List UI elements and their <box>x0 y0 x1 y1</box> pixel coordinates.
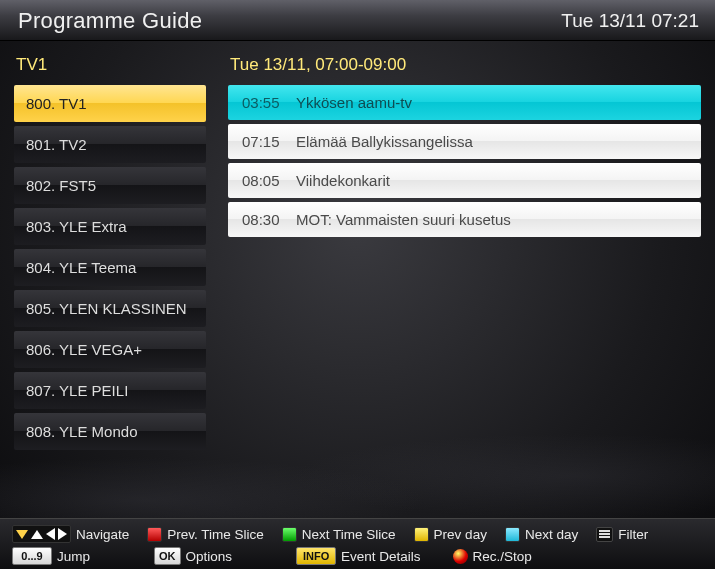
programme-title: Ykkösen aamu-tv <box>296 94 412 111</box>
help-prev-day-label: Prev day <box>434 527 487 542</box>
programme-title: MOT: Vammaisten suuri kusetus <box>296 211 511 228</box>
help-event-details-label: Event Details <box>341 549 421 564</box>
channel-item[interactable]: 807. YLE PEILI <box>14 372 206 409</box>
help-prev-slice-label: Prev. Time Slice <box>167 527 264 542</box>
channel-item[interactable]: 806. YLE VEGA+ <box>14 331 206 368</box>
yellow-button-icon <box>414 527 429 542</box>
timeslot-heading: Tue 13/11, 07:00-09:00 <box>228 51 701 85</box>
channel-heading: TV1 <box>14 51 206 85</box>
help-event-details: INFO Event Details <box>296 547 421 565</box>
red-button-icon <box>147 527 162 542</box>
header-bar: Programme Guide Tue 13/11 07:21 <box>0 0 715 41</box>
programme-item[interactable]: 03:55Ykkösen aamu-tv <box>228 85 701 120</box>
help-jump: 0...9 Jump <box>12 547 90 565</box>
programme-item[interactable]: 07:15Elämää Ballykissangelissa <box>228 124 701 159</box>
blue-button-icon <box>505 527 520 542</box>
programme-time: 08:05 <box>242 172 286 189</box>
help-filter: Filter <box>596 527 648 542</box>
help-row-1: Navigate Prev. Time Slice Next Time Slic… <box>12 525 703 543</box>
help-prev-slice: Prev. Time Slice <box>147 527 264 542</box>
help-row-2: 0...9 Jump OK Options INFO Event Details… <box>12 547 703 565</box>
help-navigate-label: Navigate <box>76 527 129 542</box>
content-area: TV1 800. TV1801. TV2802. FST5803. YLE Ex… <box>0 41 715 450</box>
record-icon <box>453 549 468 564</box>
help-filter-label: Filter <box>618 527 648 542</box>
channel-column: TV1 800. TV1801. TV2802. FST5803. YLE Ex… <box>14 51 206 450</box>
channel-item[interactable]: 805. YLEN KLASSINEN <box>14 290 206 327</box>
help-next-slice-label: Next Time Slice <box>302 527 396 542</box>
clock: Tue 13/11 07:21 <box>561 10 699 32</box>
info-keycap-icon: INFO <box>296 547 336 565</box>
programme-column: Tue 13/11, 07:00-09:00 03:55Ykkösen aamu… <box>228 51 701 450</box>
help-next-slice: Next Time Slice <box>282 527 396 542</box>
page-title: Programme Guide <box>18 8 202 34</box>
programme-title: Elämää Ballykissangelissa <box>296 133 473 150</box>
programme-time: 03:55 <box>242 94 286 111</box>
channel-item[interactable]: 801. TV2 <box>14 126 206 163</box>
channel-item[interactable]: 800. TV1 <box>14 85 206 122</box>
green-button-icon <box>282 527 297 542</box>
programme-title: Viihdekonkarit <box>296 172 390 189</box>
channel-item[interactable]: 802. FST5 <box>14 167 206 204</box>
ok-keycap-icon: OK <box>154 547 181 565</box>
channel-item[interactable]: 803. YLE Extra <box>14 208 206 245</box>
programme-time: 08:30 <box>242 211 286 228</box>
filter-icon <box>596 527 613 542</box>
help-rec-stop: Rec./Stop <box>453 549 532 564</box>
channel-item[interactable]: 804. YLE Teema <box>14 249 206 286</box>
help-next-day: Next day <box>505 527 578 542</box>
help-prev-day: Prev day <box>414 527 487 542</box>
help-next-day-label: Next day <box>525 527 578 542</box>
help-bar: Navigate Prev. Time Slice Next Time Slic… <box>0 518 715 569</box>
navigate-icon <box>12 525 71 543</box>
programme-item[interactable]: 08:05Viihdekonkarit <box>228 163 701 198</box>
digits-keycap-icon: 0...9 <box>12 547 52 565</box>
channel-list: 800. TV1801. TV2802. FST5803. YLE Extra8… <box>14 85 206 450</box>
programme-list: 03:55Ykkösen aamu-tv07:15Elämää Ballykis… <box>228 85 701 237</box>
help-options: OK Options <box>154 547 232 565</box>
help-navigate: Navigate <box>12 525 129 543</box>
help-rec-stop-label: Rec./Stop <box>473 549 532 564</box>
channel-item[interactable]: 808. YLE Mondo <box>14 413 206 450</box>
programme-item[interactable]: 08:30MOT: Vammaisten suuri kusetus <box>228 202 701 237</box>
help-jump-label: Jump <box>57 549 90 564</box>
help-options-label: Options <box>186 549 233 564</box>
programme-time: 07:15 <box>242 133 286 150</box>
